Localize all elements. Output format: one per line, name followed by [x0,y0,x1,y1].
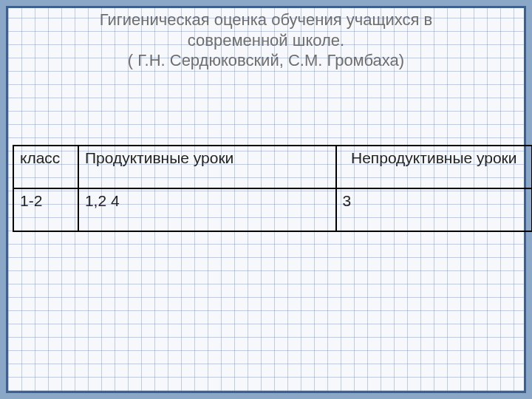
cell-productive: 1,2 4 [78,188,336,231]
header-class: класс [13,146,78,188]
slide-title: Гигиеническая оценка обучения учащихся в… [8,8,524,71]
title-line-3: ( Г.Н. Сердюковский, С.М. Громбаха) [128,51,404,69]
header-unproductive: Непродуктивные уроки [336,146,532,188]
table-header-row: класс Продуктивные уроки Непродуктивные … [13,146,532,188]
slide: Гигиеническая оценка обучения учащихся в… [0,0,532,399]
header-productive: Продуктивные уроки [78,146,336,188]
lessons-table: класс Продуктивные уроки Непродуктивные … [13,145,532,232]
cell-unproductive: 3 [336,188,532,231]
cell-class: 1-2 [13,188,78,231]
title-line-2: современной школе. [188,31,344,50]
slide-frame: Гигиеническая оценка обучения учащихся в… [6,6,526,393]
table-row: 1-2 1,2 4 3 [13,188,532,231]
title-line-1: Гигиеническая оценка обучения учащихся в [100,10,433,29]
table-wrapper: класс Продуктивные уроки Непродуктивные … [8,145,524,232]
